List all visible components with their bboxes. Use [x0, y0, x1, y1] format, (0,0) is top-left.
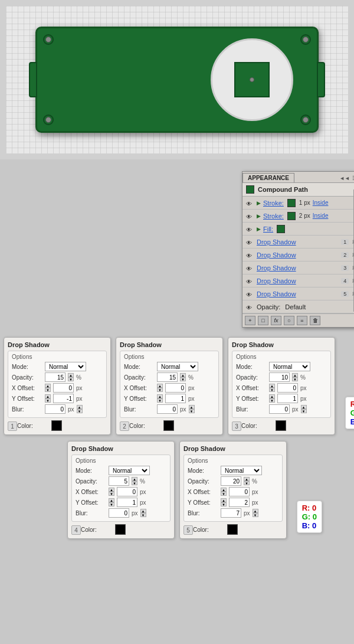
yoffset-down-4[interactable]: ▼	[109, 502, 114, 506]
opacity-up-5[interactable]: ▲	[244, 477, 250, 481]
effect-label-1[interactable]: Drop Shadow	[257, 238, 296, 246]
xoffset-down-5[interactable]: ▼	[221, 492, 227, 496]
yoffset-up-4[interactable]: ▲	[109, 498, 114, 502]
opacity-up-4[interactable]: ▲	[132, 477, 137, 481]
eye-icon-effect-3[interactable]	[246, 265, 254, 271]
opacity-down-4[interactable]: ▼	[132, 481, 137, 485]
fill-swatch[interactable]	[277, 225, 285, 233]
blur-up-2[interactable]: ▲	[189, 405, 195, 409]
mode-select-2[interactable]: Normal	[157, 362, 198, 371]
opacity-stepper-4[interactable]: ▲ ▼	[132, 477, 137, 485]
xoffset-input-5[interactable]	[229, 487, 250, 496]
eye-icon-fill[interactable]	[246, 226, 254, 232]
yoffset-stepper-5[interactable]: ▲ ▼	[221, 498, 227, 506]
blur-input-5[interactable]	[221, 508, 241, 518]
opacity-stepper-3[interactable]: ▲ ▼	[292, 373, 298, 381]
blur-down-3[interactable]: ▼	[301, 409, 307, 413]
blur-up-1[interactable]: ▲	[77, 405, 83, 409]
blur-up-3[interactable]: ▲	[301, 405, 307, 409]
yoffset-stepper-2[interactable]: ▲ ▼	[157, 394, 163, 403]
effect-label-2[interactable]: Drop Shadow	[257, 251, 296, 259]
eye-icon-2[interactable]	[246, 213, 254, 219]
blur-stepper-3[interactable]: ▲ ▼	[301, 405, 307, 413]
xoffset-stepper-1[interactable]: ▲ ▼	[45, 384, 51, 392]
mode-select-4[interactable]: Normal	[109, 466, 150, 475]
blur-stepper-5[interactable]: ▲ ▼	[253, 509, 258, 517]
xoffset-input-4[interactable]	[117, 487, 137, 496]
xoffset-up-2[interactable]: ▲	[157, 384, 163, 388]
opacity-input-1[interactable]	[45, 372, 65, 382]
opacity-input-2[interactable]	[157, 372, 178, 382]
yoffset-input-4[interactable]	[117, 498, 137, 507]
color-swatch-5[interactable]	[227, 524, 238, 535]
xoffset-down-4[interactable]: ▼	[109, 492, 114, 496]
yoffset-input-3[interactable]	[277, 394, 298, 403]
footer-lines-btn[interactable]: =	[297, 316, 307, 325]
yoffset-input-5[interactable]	[229, 498, 250, 507]
opacity-up-3[interactable]: ▲	[292, 373, 298, 377]
color-swatch-2[interactable]	[163, 420, 174, 431]
yoffset-down-5[interactable]: ▼	[221, 502, 227, 506]
panel-collapse-icon[interactable]: ◄◄	[339, 175, 350, 181]
xoffset-down-3[interactable]: ▼	[269, 388, 275, 392]
yoffset-down-3[interactable]: ▼	[269, 398, 275, 403]
xoffset-down-2[interactable]: ▼	[157, 388, 163, 392]
xoffset-input-3[interactable]	[277, 383, 298, 393]
color-swatch-1[interactable]	[51, 420, 62, 431]
eye-icon-effect-5[interactable]	[246, 291, 254, 297]
opacity-down-3[interactable]: ▼	[292, 377, 298, 381]
opacity-down-5[interactable]: ▼	[244, 481, 250, 485]
xoffset-down-1[interactable]: ▼	[45, 388, 51, 392]
stroke-swatch-1[interactable]	[287, 199, 296, 207]
yoffset-up-1[interactable]: ▲	[45, 394, 51, 398]
yoffset-down-2[interactable]: ▼	[157, 398, 163, 403]
xoffset-up-4[interactable]: ▲	[109, 488, 114, 492]
opacity-input-5[interactable]	[221, 476, 241, 486]
opacity-up-2[interactable]: ▲	[180, 373, 186, 377]
opacity-stepper-2[interactable]: ▲ ▼	[180, 373, 186, 381]
eye-icon-effect-1[interactable]	[246, 239, 254, 245]
opacity-up-1[interactable]: ▲	[68, 373, 74, 377]
footer-square-btn[interactable]: □	[258, 316, 268, 325]
mode-select-1[interactable]: Normal	[45, 362, 86, 371]
panel-tab-appearance[interactable]: APPEARANCE	[242, 173, 294, 182]
blur-down-2[interactable]: ▼	[189, 409, 195, 413]
blur-up-4[interactable]: ▲	[140, 509, 146, 513]
effect-label-5[interactable]: Drop Shadow	[257, 290, 296, 298]
opacity-input-4[interactable]	[109, 476, 129, 486]
yoffset-stepper-3[interactable]: ▲ ▼	[269, 394, 275, 403]
stroke-swatch-2[interactable]	[287, 212, 296, 220]
xoffset-up-1[interactable]: ▲	[45, 384, 51, 388]
eye-icon-1[interactable]	[246, 200, 254, 206]
blur-input-3[interactable]	[269, 404, 290, 414]
yoffset-up-2[interactable]: ▲	[157, 394, 163, 398]
blur-input-1[interactable]	[45, 404, 65, 414]
yoffset-up-5[interactable]: ▲	[221, 498, 227, 502]
xoffset-stepper-5[interactable]: ▲ ▼	[221, 488, 227, 496]
blur-up-5[interactable]: ▲	[253, 509, 258, 513]
yoffset-stepper-4[interactable]: ▲ ▼	[109, 498, 114, 506]
eye-icon-effect-2[interactable]	[246, 252, 254, 258]
opacity-down-2[interactable]: ▼	[180, 377, 186, 381]
opacity-input-3[interactable]	[269, 372, 290, 382]
opacity-stepper-1[interactable]: ▲ ▼	[68, 373, 74, 381]
eye-icon-opacity[interactable]	[246, 304, 254, 310]
blur-down-4[interactable]: ▼	[140, 513, 146, 517]
footer-circle-btn[interactable]: ○	[284, 316, 294, 325]
blur-input-2[interactable]	[157, 404, 178, 414]
yoffset-up-3[interactable]: ▲	[269, 394, 275, 398]
fill-label[interactable]: Fill:	[263, 225, 273, 233]
stroke-label-2[interactable]: Stroke:	[263, 213, 284, 220]
stroke-label-1[interactable]: Stroke:	[263, 200, 284, 207]
xoffset-stepper-3[interactable]: ▲ ▼	[269, 384, 275, 392]
effect-label-4[interactable]: Drop Shadow	[257, 277, 296, 285]
blur-stepper-2[interactable]: ▲ ▼	[189, 405, 195, 413]
color-swatch-4[interactable]	[115, 524, 126, 535]
eye-icon-effect-4[interactable]	[246, 278, 254, 284]
opacity-stepper-5[interactable]: ▲ ▼	[244, 477, 250, 485]
blur-input-4[interactable]	[109, 508, 129, 518]
xoffset-input-2[interactable]	[165, 383, 186, 393]
yoffset-input-2[interactable]	[165, 394, 186, 403]
blur-down-1[interactable]: ▼	[77, 409, 83, 413]
yoffset-input-1[interactable]	[53, 394, 74, 403]
